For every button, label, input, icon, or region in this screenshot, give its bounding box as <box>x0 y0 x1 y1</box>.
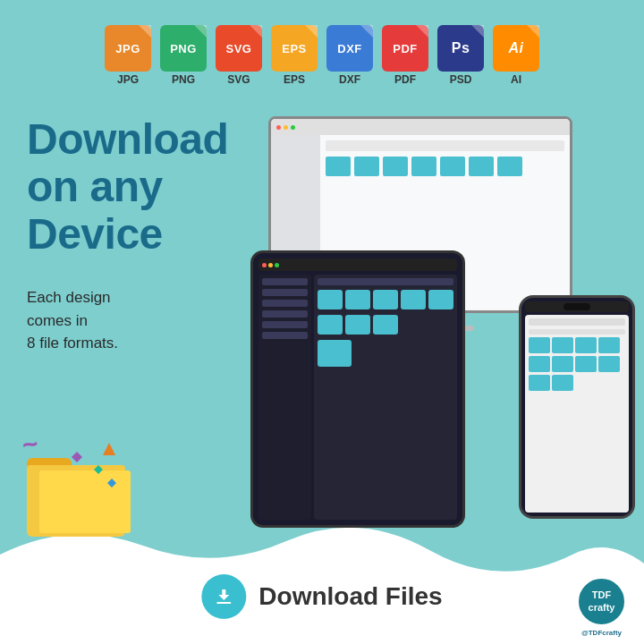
devices-container <box>250 116 635 492</box>
file-icon-svg: SVG SVG <box>216 25 262 86</box>
eps-icon-text: EPS <box>282 42 307 55</box>
ai-label: AI <box>511 73 521 86</box>
tablet-folder <box>428 290 453 309</box>
eps-icon-shape: EPS <box>271 25 318 72</box>
file-icon-psd: Ps PSD <box>437 25 484 86</box>
dxf-icon-text: DXF <box>337 42 362 55</box>
monitor-folder <box>469 157 494 176</box>
png-icon-text: PNG <box>170 42 197 55</box>
monitor-folder <box>440 157 465 176</box>
dot-red <box>262 263 267 267</box>
jpg-icon-shape: JPG <box>105 25 151 72</box>
sidebar-item <box>262 332 308 339</box>
download-section[interactable]: Download Files <box>201 574 442 619</box>
tablet-folder <box>373 315 398 335</box>
gem-orange-icon <box>103 443 115 455</box>
psd-icon-text: Ps <box>452 40 470 56</box>
tablet-folder <box>345 290 370 309</box>
monitor-folder <box>411 157 436 176</box>
pdf-icon-text: PDF <box>393 42 418 55</box>
tablet-content <box>258 275 457 520</box>
monitor-folder <box>354 157 379 176</box>
tablet-folder <box>318 290 343 309</box>
svg-icon-text: SVG <box>226 42 252 55</box>
sidebar-item <box>262 289 308 296</box>
ai-icon-shape: Ai <box>493 25 539 72</box>
folder-body-inner <box>39 470 131 533</box>
download-text: Download Files <box>258 582 442 611</box>
tablet-topbar <box>258 258 457 271</box>
monitor-folders <box>326 157 564 176</box>
tablet-folder <box>318 315 343 335</box>
sidebar-item <box>262 321 308 328</box>
folder-body <box>27 465 125 537</box>
eps-label: EPS <box>284 73 305 86</box>
file-icon-jpg: JPG JPG <box>105 25 151 86</box>
file-icon-ai: Ai AI <box>493 25 539 86</box>
psd-label: PSD <box>450 73 472 86</box>
gem-purple-icon <box>72 452 82 462</box>
phone-toolbar <box>529 318 625 326</box>
pdf-icon-shape: PDF <box>382 25 428 72</box>
phone-folder-row <box>529 337 625 353</box>
phone-folder <box>529 375 550 391</box>
tablet-folder-large <box>318 340 352 367</box>
phone-folder <box>598 356 620 372</box>
dot-green <box>291 125 295 130</box>
download-arrow-icon <box>213 586 234 607</box>
subtext: Each designcomes in8 file formats. <box>27 286 118 355</box>
squiggle-icon: ~ <box>20 428 40 462</box>
dxf-label: DXF <box>339 73 360 86</box>
phone-notch <box>564 303 590 310</box>
tablet-toolbar <box>318 278 453 285</box>
folder-illustration: ~ <box>18 438 134 537</box>
phone-content <box>525 315 629 513</box>
ai-icon-text: Ai <box>509 40 524 56</box>
psd-icon-shape: Ps <box>437 25 484 72</box>
heading-line1: Download <box>27 115 228 163</box>
monitor-folder <box>383 157 408 176</box>
tablet-folder-row <box>318 315 453 335</box>
sidebar-item <box>262 278 308 285</box>
jpg-icon-text: JPG <box>115 42 140 55</box>
svg-label: SVG <box>227 73 250 86</box>
pdf-label: PDF <box>394 73 416 86</box>
heading-text: Download on any Device <box>27 116 228 258</box>
monitor-folder <box>497 157 522 176</box>
phone-folder-row <box>529 356 625 372</box>
phone-folder <box>575 356 597 372</box>
tablet-folder-row <box>318 290 453 309</box>
phone <box>519 295 635 519</box>
phone-folder <box>575 337 597 353</box>
png-icon-shape: PNG <box>160 25 207 72</box>
monitor-folder <box>326 157 351 176</box>
phone-folder <box>552 356 573 372</box>
heading-line2: on any <box>27 163 163 210</box>
phone-folder <box>529 356 550 372</box>
phone-topbar <box>525 301 629 312</box>
dot-yellow <box>268 263 273 267</box>
dot-red <box>276 125 281 130</box>
brand-logo: TDFcrafty <box>577 577 626 626</box>
phone-search <box>529 329 625 335</box>
file-icon-dxf: DXF DXF <box>326 25 373 86</box>
file-icon-pdf: PDF PDF <box>382 25 428 86</box>
phone-folder <box>598 337 620 353</box>
dot-yellow <box>284 125 288 130</box>
file-icons-row: JPG JPG PNG PNG SVG SVG EPS EPS DXF DXF … <box>0 0 644 95</box>
file-icon-png: PNG PNG <box>160 25 207 86</box>
monitor-topbar <box>271 119 570 135</box>
phone-folder <box>552 375 573 391</box>
tablet-main <box>314 275 457 520</box>
heading-line3: Device <box>27 210 163 258</box>
phone-folder <box>529 337 550 353</box>
brand-name: TDFcrafty <box>589 589 615 613</box>
main-heading: Download on any Device <box>27 116 228 258</box>
dxf-icon-shape: DXF <box>326 25 373 72</box>
phone-folder-row <box>529 375 625 391</box>
dot-green <box>275 263 279 267</box>
tablet-folder <box>401 290 426 309</box>
svg-icon-shape: SVG <box>216 25 262 72</box>
download-icon-circle[interactable] <box>201 574 246 619</box>
file-icon-eps: EPS EPS <box>271 25 318 86</box>
